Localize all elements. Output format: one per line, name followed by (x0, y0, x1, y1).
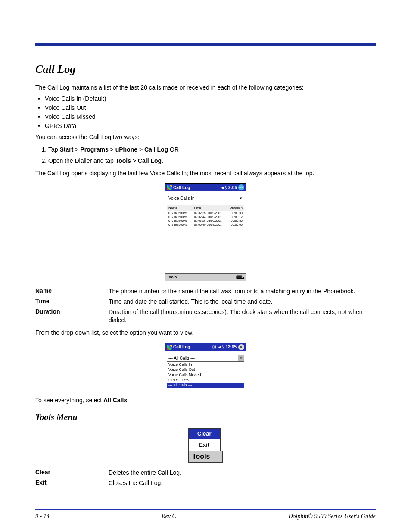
def-desc: The phone number or the name if the call… (109, 287, 355, 296)
tools-menu-button[interactable]: Tools (192, 453, 210, 460)
window-titlebar: Call Log ▯▮ ◄ᛊ 12:05 ✕ (165, 343, 246, 351)
table-row: 0773695007502:32:44 03/09/200100:00:12 (167, 215, 244, 219)
list-item: Voice Calls Missed (45, 112, 376, 121)
all-calls-note: To see everything, select All Calls. (35, 396, 376, 404)
status-time: ◄ᛊ 2:05 (220, 185, 237, 190)
dropdown-item-selected[interactable]: --- All Calls --- (167, 383, 244, 388)
combo-value: --- All Calls --- (168, 356, 195, 361)
def-desc: Duration of the call (hours:minutes:seco… (109, 308, 376, 324)
list-item: Voice Calls In (Default) (45, 94, 376, 103)
col-duration: Duration (228, 205, 244, 211)
def-term: Clear (35, 469, 109, 476)
tools-definitions: ClearDeletes the entire Call Log. ExitCl… (35, 469, 376, 487)
footer-rule (35, 509, 376, 510)
header-rule (35, 43, 376, 46)
filter-combobox[interactable]: --- All Calls --- ▼ (167, 355, 244, 362)
table-row: 0773695007502:06:26 03/09/200100:00:30 (167, 219, 244, 223)
field-definitions: NameThe phone number or the name if the … (35, 287, 376, 324)
step-2: Open the Dialler and tap Tools > Call Lo… (48, 156, 376, 165)
dropdown-screenshot: Call Log ▯▮ ◄ᛊ 12:05 ✕ --- All Calls ---… (35, 343, 376, 390)
page-number: 9 - 14 (35, 513, 50, 520)
def-term: Duration (35, 308, 109, 315)
status-time: ◄ᛊ 12:05 (218, 345, 237, 349)
menu-item-clear[interactable]: Clear (189, 429, 220, 439)
window-title: Call Log (173, 185, 190, 190)
page-footer: 9 - 14 Rev C Dolphin® 9500 Series User's… (35, 513, 376, 520)
dropdown-item[interactable]: GPRS Data (167, 377, 244, 383)
table-header: Name Time Duration (167, 205, 244, 211)
def-desc: Deletes the entire Call Log. (109, 469, 181, 477)
window-titlebar: Call Log ◄ᛊ 2:05 ok (165, 184, 246, 191)
intro-text: The Call Log maintains a list of the las… (35, 84, 376, 92)
dropdown-item[interactable]: Voice Calls In (167, 362, 244, 367)
tools-menu-figure: Clear Exit Tools (35, 428, 376, 463)
call-log-screenshot: Call Log ◄ᛊ 2:05 ok Voice Calls In ▼ Nam… (35, 183, 376, 281)
menu-item-exit[interactable]: Exit (189, 439, 220, 451)
def-term: Exit (35, 479, 109, 486)
dropdown-note: From the drop-down list, select the opti… (35, 329, 376, 337)
table-body: 0773695007502:32:25 03/09/200100:00:30 0… (167, 211, 244, 271)
list-item: GPRS Data (45, 121, 376, 131)
close-icon[interactable]: ✕ (238, 344, 244, 350)
dropdown-list: Voice Calls In Voice Calls Out Voice Cal… (167, 362, 244, 388)
window-title: Call Log (173, 345, 190, 349)
page-title: Call Log (35, 63, 376, 76)
combo-value: Voice Calls In (168, 196, 195, 201)
ok-button[interactable]: ok (238, 184, 244, 190)
table-row: 0773695007502:00:49 03/09/200100:00:06 (167, 223, 244, 227)
col-name: Name (167, 205, 192, 211)
list-item: Voice Calls Out (45, 103, 376, 112)
col-time: Time (192, 205, 228, 211)
chevron-down-icon: ▼ (238, 355, 244, 361)
start-flag-icon[interactable] (167, 345, 172, 350)
step-1: Tap Start > Programs > uPhone > Call Log… (48, 145, 376, 154)
opens-text: The Call Log opens displaying the last f… (35, 169, 376, 177)
filter-combobox[interactable]: Voice Calls In ▼ (167, 195, 244, 202)
dropdown-item[interactable]: Voice Calls Out (167, 367, 244, 372)
category-list: Voice Calls In (Default) Voice Calls Out… (35, 94, 376, 131)
tools-menu-heading: Tools Menu (35, 412, 376, 422)
def-desc: Closes the Call Log. (109, 479, 162, 487)
keyboard-icon[interactable]: ⌨︎▴ (236, 275, 244, 280)
dropdown-item[interactable]: Voice Calls Missed (167, 372, 244, 377)
revision: Rev C (162, 513, 176, 520)
command-bar: Tools ⌨︎▴ (165, 273, 246, 281)
tools-menu-button[interactable]: Tools (167, 275, 177, 280)
start-flag-icon[interactable] (167, 185, 172, 190)
table-row: 0773695007502:32:25 03/09/200100:00:30 (167, 211, 244, 215)
signal-icon: ▯▮ (212, 345, 216, 349)
access-steps: Tap Start > Programs > uPhone > Call Log… (35, 145, 376, 166)
chevron-down-icon: ▼ (239, 196, 243, 200)
def-term: Name (35, 287, 109, 294)
def-desc: Time and date the call started. This is … (109, 298, 273, 306)
access-intro: You can access the Call Log two ways: (35, 133, 376, 141)
def-term: Time (35, 298, 109, 305)
guide-title: Dolphin® 9500 Series User's Guide (288, 513, 376, 520)
